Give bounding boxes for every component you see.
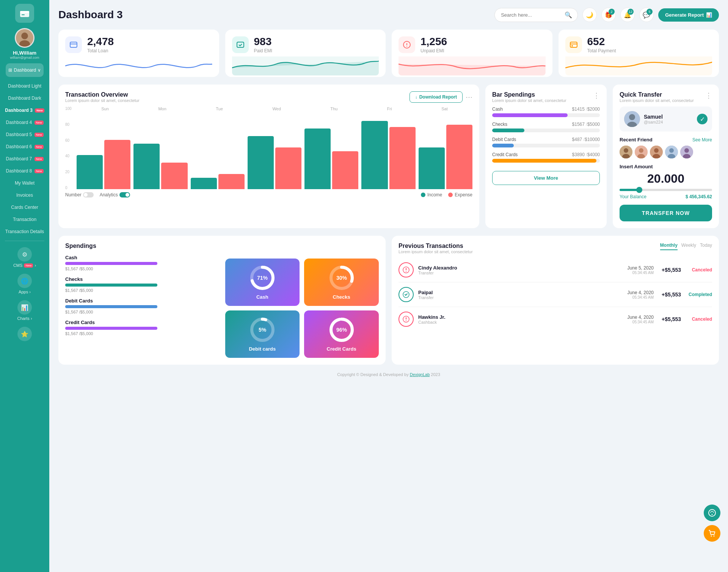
donut-debit: 5% Debit cards: [225, 310, 300, 358]
spending-cash-amount: $1415 /$2000: [572, 107, 600, 112]
gift-button[interactable]: 🎁 2: [601, 8, 616, 22]
search-input[interactable]: [501, 12, 565, 18]
number-toggle[interactable]: Number: [65, 192, 94, 197]
message-button[interactable]: 💬 5: [639, 8, 654, 22]
sidebar-item-dashboard-8[interactable]: Dashboard 8 New: [0, 165, 49, 177]
insert-amount-label: Insert Amount: [620, 164, 712, 169]
recent-friend-label: Recent Friend: [620, 137, 653, 143]
sidebar-item-favorites[interactable]: ⭐: [0, 324, 49, 346]
bar-chart-container: 100806040200 SunMonTueWedThuFriSat: [65, 107, 472, 189]
quick-transfer-card: Quick Transfer Lorem ipsum dolor sit ame…: [613, 85, 719, 228]
paid-emi-label: Paid EMI: [254, 48, 273, 53]
sidebar-item-charts[interactable]: 📊 Charts ›: [0, 297, 49, 324]
prev-tx-subtitle: Lorem ipsum dolor sit amet, consectetur: [399, 249, 473, 254]
sidebar-item-invoices[interactable]: Invoices: [0, 189, 49, 201]
spending-row-credit: Credit Cards $3890 /$4000: [492, 152, 600, 163]
svg-rect-6: [70, 42, 77, 47]
slider-thumb[interactable]: [636, 187, 642, 193]
svg-point-13: [571, 45, 573, 47]
svg-rect-12: [570, 42, 577, 47]
download-report-button[interactable]: ↓ Download Report: [410, 91, 463, 103]
paid-emi-icon: [232, 36, 249, 53]
dashboard-dropdown[interactable]: ⊞ Dashboard ∨: [6, 63, 44, 77]
svg-point-50: [714, 536, 715, 537]
sidebar-item-dashboard-6[interactable]: Dashboard 6 New: [0, 141, 49, 153]
svg-rect-8: [237, 42, 244, 47]
footer-brand[interactable]: DexignLab: [410, 372, 430, 377]
spendings-item-cash: Cash $1,567 /$5,000: [65, 255, 219, 271]
transaction-overview-card: Transaction Overview Lorem ipsum dolor s…: [58, 85, 479, 228]
transaction-overview-subtitle: Lorem ipsum dolor sit amet, consectetur: [65, 98, 140, 103]
donut-checks: 30% Checks: [304, 259, 379, 306]
friend-avatar-3[interactable]: [650, 146, 663, 158]
number-toggle-switch[interactable]: [83, 192, 94, 197]
tx-name-paipal: Paipal: [418, 290, 623, 295]
friend-avatar-1[interactable]: [620, 146, 632, 158]
total-payment-label: Total Payment: [587, 48, 616, 53]
sidebar-item-transaction-details[interactable]: Transaction Details: [0, 226, 49, 238]
sidebar-item-dashboard-4[interactable]: Dashboard 4 New: [0, 116, 49, 129]
analytics-toggle[interactable]: Analytics: [100, 192, 130, 197]
svg-text:5%: 5%: [259, 327, 267, 333]
fab-support[interactable]: [704, 505, 720, 521]
unpaid-emi-icon: [399, 36, 415, 53]
fab-cart[interactable]: [704, 525, 720, 542]
previous-transactions-card: Previous Transactions Lorem ipsum dolor …: [392, 236, 719, 365]
search-box[interactable]: 🔍: [494, 8, 578, 22]
tab-weekly[interactable]: Weekly: [681, 243, 696, 250]
check-circle[interactable]: ✓: [697, 114, 708, 124]
stat-cards: 2,478 Total Loan 983 Paid EMI: [58, 30, 719, 77]
quick-transfer-menu-button[interactable]: ⋮: [705, 91, 712, 100]
paid-emi-wave: [232, 56, 379, 75]
spendings-card: Spendings Cash $1,567 /$5,000 Checks $1,…: [58, 236, 386, 365]
sidebar-item-dashboard-7[interactable]: Dashboard 7 New: [0, 153, 49, 165]
sidebar-item-dashboard-dark[interactable]: Dashboard Dark: [0, 92, 49, 104]
tx-date-paipal: June 4, 2020 05:34:45 AM: [628, 290, 654, 299]
tx-item-paipal: Paipal Transfer June 4, 2020 05:34:45 AM…: [399, 282, 712, 307]
sidebar-item-transaction[interactable]: Transaction: [0, 213, 49, 226]
moon-button[interactable]: 🌙: [582, 8, 597, 22]
total-loan-wave: [65, 56, 212, 75]
bell-button[interactable]: 🔔 12: [620, 8, 635, 22]
spendings-list: Cash $1,567 /$5,000 Checks $1,567 /$5,00…: [65, 255, 219, 358]
view-more-button[interactable]: View More: [492, 171, 600, 185]
friend-avatar-5[interactable]: [680, 146, 693, 158]
tx-info-paipal: Paipal Transfer: [418, 290, 623, 300]
analytics-toggle-switch[interactable]: [119, 192, 130, 197]
amount-slider-track[interactable]: [620, 189, 712, 191]
sidebar-logo[interactable]: [15, 4, 34, 23]
svg-point-48: [712, 514, 713, 515]
tx-status-cindy: Canceled: [686, 267, 712, 273]
generate-report-label: Generate Report: [665, 12, 704, 18]
spendings-title: Spendings: [65, 243, 379, 249]
sidebar-divider: [5, 241, 44, 241]
bar-spendings-menu-button[interactable]: ⋮: [593, 91, 600, 100]
tx-type-cindy: Transfer: [418, 271, 623, 275]
tab-monthly[interactable]: Monthly: [660, 243, 678, 250]
expense-legend: Expense: [448, 192, 472, 197]
svg-point-27: [669, 148, 674, 153]
generate-report-button[interactable]: Generate Report 📊: [658, 8, 719, 22]
sidebar-item-apps[interactable]: 🌐 Apps ›: [0, 271, 49, 297]
total-payment-wave: [565, 56, 712, 75]
sidebar-item-cards-center[interactable]: Cards Center: [0, 201, 49, 213]
friend-avatar-2[interactable]: [635, 146, 648, 158]
sidebar-item-dashboard-5[interactable]: Dashboard 5 New: [0, 129, 49, 141]
donut-grid: 71% Cash 30% Checks: [225, 259, 379, 358]
tx-icon-cindy: [399, 262, 414, 277]
sidebar-item-dashboard-light[interactable]: Dashboard Light: [0, 80, 49, 92]
transfer-now-button[interactable]: TRANSFER NOW: [620, 205, 712, 221]
sidebar-item-my-wallet[interactable]: My Wallet: [0, 177, 49, 189]
stat-card-total-payment: 652 Total Payment: [559, 30, 719, 77]
star-icon: ⭐: [17, 327, 32, 341]
tab-today[interactable]: Today: [700, 243, 712, 250]
tx-type-hawkins: Cashback: [418, 320, 623, 324]
see-more-link[interactable]: See More: [692, 137, 712, 143]
transaction-overview-menu-button[interactable]: ⋯: [466, 93, 472, 101]
tx-info-hawkins: Hawkins Jr. Cashback: [418, 314, 623, 324]
sidebar-item-cms[interactable]: ⚙ CMSNew›: [0, 244, 49, 271]
user-email: william@gmail.com: [10, 56, 39, 60]
tx-amount-cindy: +$5,553: [658, 267, 681, 273]
sidebar-item-dashboard-3[interactable]: Dashboard 3 New: [0, 104, 49, 116]
friend-avatar-4[interactable]: [665, 146, 678, 158]
